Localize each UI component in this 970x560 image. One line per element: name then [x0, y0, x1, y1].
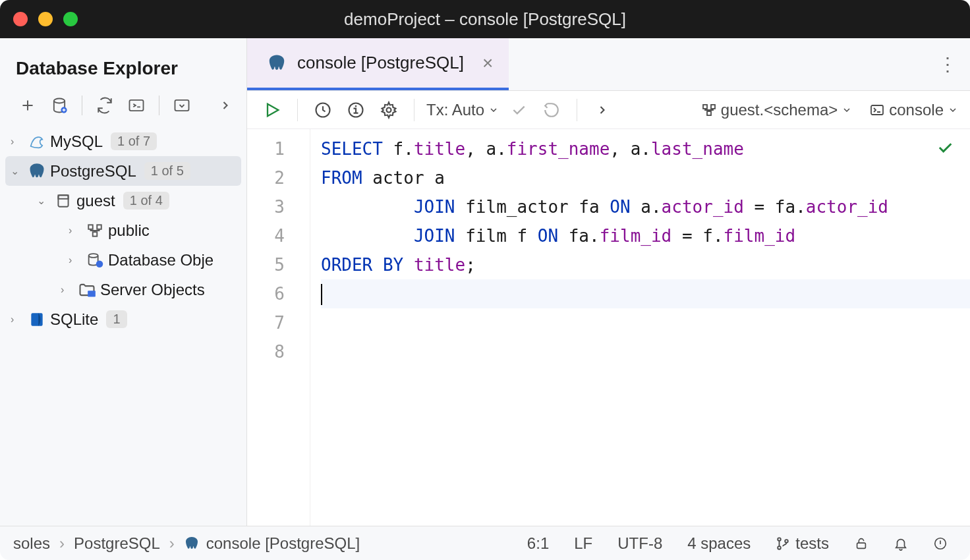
navigate-forward-button[interactable] — [589, 97, 615, 123]
titlebar: demoProject – console [PostgreSQL] — [0, 0, 970, 38]
svg-point-20 — [778, 538, 782, 541]
svg-rect-17 — [711, 105, 715, 109]
notifications-button[interactable] — [894, 536, 908, 551]
svg-rect-5 — [58, 195, 68, 198]
chevron-right-icon[interactable]: › — [11, 136, 26, 148]
postgres-icon — [26, 162, 47, 181]
tree-item-guest[interactable]: ⌄guest1 of 4 — [5, 186, 241, 215]
breadcrumb-item[interactable]: console [PostgreSQL] — [206, 534, 360, 553]
svg-rect-8 — [93, 232, 98, 237]
tree-item-label: PostgreSQL — [50, 162, 136, 181]
collapse-panel-button[interactable] — [214, 94, 237, 117]
svg-rect-6 — [88, 225, 93, 229]
rollback-button[interactable] — [538, 97, 565, 123]
svg-rect-11 — [88, 291, 96, 296]
svg-point-9 — [89, 254, 98, 258]
svg-rect-4 — [58, 195, 68, 206]
sidebar-toolbar — [0, 94, 246, 124]
commit-button[interactable] — [505, 97, 532, 123]
svg-rect-3 — [175, 100, 189, 111]
tree-item-public[interactable]: ›public — [5, 215, 241, 245]
breadcrumbs[interactable]: soles › PostgreSQL › console [PostgreSQL… — [13, 534, 360, 553]
indent-settings[interactable]: 4 spaces — [687, 534, 751, 553]
tree-item-label: Database Obje — [108, 251, 214, 269]
svg-point-15 — [387, 107, 391, 112]
code-content[interactable]: SELECT f.title, a.first_name, a.last_nam… — [310, 129, 970, 526]
settings-button[interactable] — [376, 97, 402, 123]
session-selector[interactable]: console — [869, 101, 958, 119]
chevron-down-icon[interactable]: ⌄ — [11, 165, 26, 177]
schema-selector[interactable]: guest.<schema> — [701, 101, 852, 119]
run-button[interactable] — [259, 97, 285, 123]
refresh-button[interactable] — [93, 94, 117, 117]
tree-item-label: guest — [76, 192, 115, 210]
minimize-window-button[interactable] — [38, 12, 53, 26]
editor-zone: console [PostgreSQL] × ⋮ Tx: Auto guest.… — [247, 38, 970, 526]
line-gutter: 12345678 — [247, 129, 310, 526]
explain-plan-button[interactable] — [343, 97, 369, 123]
caret-position[interactable]: 6:1 — [527, 534, 549, 553]
separator — [297, 99, 298, 121]
chevron-right-icon[interactable]: › — [69, 254, 84, 266]
chevron-right-icon[interactable]: › — [11, 314, 26, 325]
panel-title: Database Explorer — [0, 38, 246, 94]
file-encoding[interactable]: UTF-8 — [617, 534, 662, 553]
postgres-icon — [184, 536, 200, 551]
datasource-properties-button[interactable] — [47, 94, 71, 117]
chevron-right-icon[interactable]: › — [61, 284, 76, 296]
svg-rect-12 — [31, 313, 42, 326]
separator — [82, 96, 82, 115]
database-tree[interactable]: ›MySQL1 of 7⌄PostgreSQL1 of 5⌄guest1 of … — [0, 124, 246, 337]
tree-item-sqlite[interactable]: ›SQLite1 — [5, 304, 241, 334]
breadcrumb-item[interactable]: PostgreSQL — [74, 534, 160, 553]
tree-item-badge: 1 of 7 — [111, 132, 157, 150]
tree-item-postgresql[interactable]: ⌄PostgreSQL1 of 5 — [5, 156, 241, 186]
editor-tabs: console [PostgreSQL] × ⋮ — [247, 38, 970, 91]
tree-item-badge: 1 of 4 — [123, 192, 169, 210]
chevron-right-icon: › — [59, 534, 65, 553]
window-controls — [13, 12, 78, 26]
svg-point-22 — [785, 540, 789, 543]
svg-point-21 — [778, 546, 782, 549]
svg-point-0 — [54, 99, 65, 103]
separator — [414, 99, 414, 121]
editor-toolbar: Tx: Auto guest.<schema> console — [247, 91, 970, 129]
more-menu-button[interactable]: ⋮ — [938, 53, 957, 75]
chevron-right-icon[interactable]: › — [69, 225, 84, 237]
database-explorer-panel: Database Explorer ›MySQL1 of 7⌄PostgreSQ… — [0, 38, 247, 526]
chevron-down-icon[interactable]: ⌄ — [37, 194, 53, 207]
problems-button[interactable] — [933, 536, 948, 551]
separator — [577, 99, 577, 121]
no-problems-icon — [936, 138, 954, 157]
jump-to-console-button[interactable] — [125, 94, 148, 117]
dbobj-icon — [84, 251, 105, 269]
svg-rect-19 — [871, 105, 883, 115]
window-title: demoProject – console [PostgreSQL] — [344, 9, 626, 30]
svg-rect-7 — [97, 225, 101, 229]
tree-item-mysql[interactable]: ›MySQL1 of 7 — [5, 126, 241, 156]
tab-console[interactable]: console [PostgreSQL] × — [247, 38, 509, 90]
readonly-toggle[interactable] — [854, 536, 869, 551]
view-options-button[interactable] — [170, 94, 194, 117]
close-tab-button[interactable]: × — [482, 53, 493, 74]
tree-item-label: public — [108, 221, 150, 240]
tab-label: console [PostgreSQL] — [297, 53, 464, 73]
svg-rect-23 — [857, 543, 866, 548]
tree-item-label: SQLite — [50, 310, 98, 329]
tree-item-badge: 1 of 5 — [144, 162, 190, 180]
tree-item-server-objects[interactable]: ›Server Objects — [5, 275, 241, 304]
statusbar: soles › PostgreSQL › console [PostgreSQL… — [0, 526, 970, 560]
tree-item-badge: 1 — [106, 310, 127, 328]
tree-item-database-obje[interactable]: ›Database Obje — [5, 245, 241, 275]
tx-mode-selector[interactable]: Tx: Auto — [426, 101, 499, 119]
server-icon — [76, 281, 98, 299]
breadcrumb-item[interactable]: soles — [13, 534, 50, 553]
postgres-icon — [267, 53, 287, 73]
code-editor[interactable]: 12345678 SELECT f.title, a.first_name, a… — [247, 129, 970, 526]
history-button[interactable] — [310, 97, 336, 123]
add-button[interactable] — [16, 94, 40, 117]
maximize-window-button[interactable] — [63, 12, 78, 26]
close-window-button[interactable] — [13, 12, 28, 26]
git-branch[interactable]: tests — [776, 534, 829, 553]
line-separator[interactable]: LF — [574, 534, 592, 553]
